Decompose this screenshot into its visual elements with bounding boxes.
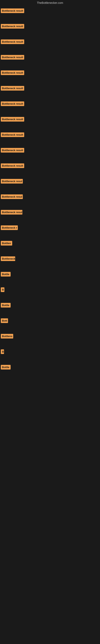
list-item: Bottleneck r [0,222,100,232]
site-title: TheBottlenecker.com [0,0,100,6]
bottleneck-badge[interactable]: Bottleneck resul [1,179,23,184]
list-item: Bottleneck result [0,145,100,154]
list-item: Bottleneck resul [0,192,100,201]
list-item: Bottleneck result [0,160,100,170]
list-item: Bottleneck result [0,83,100,92]
bottleneck-badge[interactable]: Bottleneck result [1,40,24,44]
list-item: Bott [0,316,100,325]
bottleneck-badge[interactable]: Bottleneck result [1,70,24,75]
list-item: B [0,346,100,356]
bottleneck-badge[interactable]: Bottleneck result [1,55,24,60]
list-item: Bottleneck resul [0,176,100,186]
bottleneck-badge[interactable]: Bottleneck result [1,164,24,168]
list-item: Bottleneck result [0,114,100,124]
bottleneck-badge[interactable]: Bottleneck resul [1,194,23,199]
list-item: Bottleneck result [0,98,100,108]
list-item: Bottleneck result [0,68,100,77]
list-item: Bottleneck result [0,37,100,46]
bottleneck-badge[interactable]: Bottleneck resul [1,210,22,214]
bottleneck-badge[interactable]: Bottle [1,303,11,308]
bottleneck-badge[interactable]: Bottleneck r [1,226,18,230]
bottleneck-badge[interactable]: Bottlen [1,241,12,246]
bottleneck-badge[interactable]: B [1,288,4,292]
items-container: Bottleneck resultBottleneck resultBottle… [0,6,100,378]
bottleneck-badge[interactable]: Bottlens [1,334,13,338]
bottleneck-badge[interactable]: Bottleneck result [1,24,24,28]
list-item: Bottleneck result [0,52,100,62]
list-item: Bottleneck [0,254,100,263]
bottleneck-badge[interactable]: Bottleneck result [1,132,24,137]
list-item: Bottle [0,300,100,310]
list-item: Bottleneck result [0,6,100,15]
bottleneck-badge[interactable]: Bottleneck [1,256,15,261]
bottleneck-badge[interactable]: Bottleneck result [1,86,24,90]
list-item: Bottlens [0,331,100,340]
list-item: Bottle [0,269,100,278]
list-item: B [0,284,100,294]
list-item: Bottleneck result [0,130,100,139]
bottleneck-badge[interactable]: Bottle [1,272,11,276]
list-item: Bottle [0,362,100,372]
list-item: Bottleneck result [0,21,100,30]
bottleneck-badge[interactable]: Bottleneck result [1,117,24,122]
list-item: Bottleneck resul [0,207,100,216]
bottleneck-badge[interactable]: Bott [1,318,8,323]
bottleneck-badge[interactable]: Bottleneck result [1,148,24,152]
bottleneck-badge[interactable]: Bottleneck result [1,102,24,106]
bottleneck-badge[interactable]: Bottleneck result [1,8,24,13]
bottleneck-badge[interactable]: B [1,349,4,354]
list-item: Bottlen [0,238,100,248]
bottleneck-badge[interactable]: Bottle [1,365,11,370]
